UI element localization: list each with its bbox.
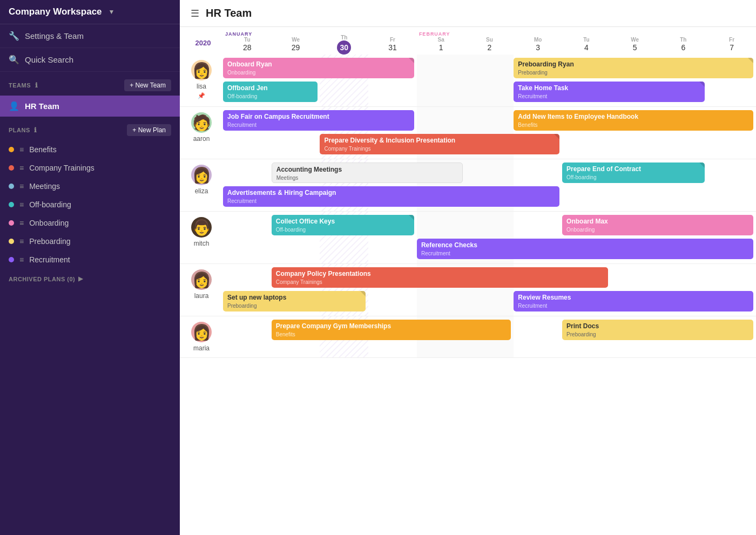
- page-title: HR Team: [206, 7, 252, 19]
- event-bar[interactable]: Company Policy Presentations Company Tra…: [272, 267, 608, 288]
- day-abbr: Th: [659, 37, 707, 43]
- plan-lines-icon: ≡: [19, 219, 24, 227]
- event-title: Print Docs: [566, 322, 749, 331]
- events-area-laura: Company Policy Presentations Company Tra…: [223, 264, 756, 316]
- user-row-laura: 👩 laura Company Policy Presentations Com…: [180, 264, 756, 316]
- events-area-lisa: Onboard Ryan Onboarding Preboarding Ryan…: [223, 55, 756, 107]
- plan-item-meetings[interactable]: ≡ Meetings: [0, 177, 180, 195]
- event-title: Job Fair on Campus Recruitment: [227, 113, 410, 121]
- new-plan-button[interactable]: + New Plan: [127, 124, 171, 136]
- day-abbr: Fr: [368, 37, 417, 43]
- workspace-title: Company Workspace: [9, 6, 102, 17]
- day-num: 5: [633, 43, 637, 52]
- user-name-eliza: eliza: [195, 187, 208, 195]
- plan-item-recruitment[interactable]: ≡ Recruitment: [0, 250, 180, 269]
- plan-lines-icon: ≡: [19, 164, 24, 172]
- day-abbr: We: [272, 37, 320, 43]
- day-num: 6: [681, 43, 685, 52]
- avatar-aaron: 🧑: [191, 112, 212, 133]
- plan-dot: [9, 220, 14, 226]
- event-row: Collect Office Keys Off-boarding Onboard…: [223, 214, 756, 236]
- plan-item-offboarding[interactable]: ≡ Off-boarding: [0, 195, 180, 214]
- event-subtitle: Preboarding: [227, 302, 361, 309]
- event-bar[interactable]: Add New Items to Employee Handbook Benef…: [514, 110, 753, 131]
- event-bar[interactable]: Review Resumes Recruitment: [514, 291, 753, 311]
- quick-search-item[interactable]: 🔍 Quick Search: [0, 48, 180, 72]
- menu-icon[interactable]: ☰: [191, 8, 199, 19]
- user-row-maria: 👩 maria Prepare Company Gym Memberships …: [180, 316, 756, 358]
- day-num: 1: [439, 43, 443, 52]
- event-bar[interactable]: Set up new laptops Preboarding: [223, 291, 366, 311]
- day-abbr: Th: [320, 35, 368, 40]
- events-area-maria: Prepare Company Gym Memberships Benefits…: [223, 316, 756, 358]
- month-label: JANUARY: [223, 29, 272, 37]
- day-abbr: Tu: [562, 37, 611, 43]
- events-area-eliza: Accounting Meetings Meetings Prepare End…: [223, 159, 756, 212]
- plan-lines-icon: ≡: [19, 200, 24, 209]
- event-title: Offboard Jen: [227, 84, 313, 93]
- event-bar[interactable]: Prepare Company Gym Memberships Benefits: [272, 320, 511, 340]
- event-row: Company Policy Presentations Company Tra…: [223, 266, 756, 289]
- event-title: Reference Checks: [421, 241, 749, 250]
- plan-item-preboarding[interactable]: ≡ Preboarding: [0, 232, 180, 250]
- event-bar[interactable]: Reference Checks Recruitment: [417, 239, 753, 259]
- event-bar[interactable]: Onboard Max Onboarding: [562, 215, 753, 235]
- event-row: Set up new laptops Preboarding Review Re…: [223, 290, 756, 313]
- workspace-header[interactable]: Company Workspace ▼: [0, 0, 180, 24]
- event-subtitle: Recruitment: [227, 198, 555, 205]
- plans-info-icon[interactable]: ℹ: [34, 126, 37, 134]
- year-label: 2020: [180, 35, 223, 47]
- top-bar: ☰ HR Team: [180, 0, 756, 27]
- event-bar[interactable]: Advertisements & Hiring Campaign Recruit…: [223, 186, 559, 207]
- day-abbr: Sa: [417, 37, 465, 43]
- plan-item-benefits[interactable]: ≡ Benefits: [0, 140, 180, 159]
- header-col-jan28: JANUARYTu28: [223, 27, 272, 55]
- plan-item-trainings[interactable]: ≡ Company Trainings: [0, 159, 180, 177]
- plan-lines-icon: ≡: [19, 255, 24, 264]
- plans-section-header: PLANS ℹ + New Plan: [0, 117, 180, 140]
- header-col-feb4: Tu4: [562, 27, 611, 55]
- header-col-feb5: We5: [611, 27, 659, 55]
- event-bar[interactable]: Offboard Jen Off-boarding: [223, 82, 318, 102]
- event-bar[interactable]: Job Fair on Campus Recruitment Recruitme…: [223, 110, 414, 131]
- user-row-lisa: 👩 lisa 📌 Onboard Ryan Onboarding Preboar…: [180, 55, 756, 107]
- avatar-mitch: 👨: [191, 217, 212, 238]
- hr-team-item[interactable]: 👤 HR Team: [0, 96, 180, 117]
- user-name-laura: laura: [194, 292, 209, 300]
- calendar-body: 👩 lisa 📌 Onboard Ryan Onboarding Preboar…: [180, 55, 756, 358]
- plan-name: Off-boarding: [29, 200, 71, 209]
- teams-label: TEAMS: [9, 82, 31, 89]
- team-person-icon: 👤: [9, 101, 19, 111]
- event-bar[interactable]: Prepare Diversity & Inclusion Presentati…: [320, 134, 559, 154]
- user-cell-mitch: 👨 mitch: [180, 212, 223, 264]
- event-subtitle: Company Trainings: [276, 279, 604, 286]
- event-row: Prepare Company Gym Memberships Benefits…: [223, 319, 756, 341]
- event-subtitle: Recruitment: [518, 93, 700, 100]
- new-team-button[interactable]: + New Team: [124, 79, 171, 91]
- settings-team-item[interactable]: 🔧 Settings & Team: [0, 24, 180, 48]
- events-area-aaron: Job Fair on Campus Recruitment Recruitme…: [223, 107, 756, 159]
- event-bar[interactable]: Onboard Ryan Onboarding: [223, 58, 414, 78]
- calendar-container[interactable]: 2020JANUARYTu28 We29 Th30 Fr31FEBRUARYSa…: [180, 27, 756, 535]
- user-row-mitch: 👨 mitch Collect Office Keys Off-boarding…: [180, 212, 756, 264]
- user-cell-lisa: 👩 lisa 📌: [180, 55, 223, 107]
- event-title: Take Home Task: [518, 84, 700, 93]
- event-title: Add New Items to Employee Handbook: [518, 113, 749, 121]
- archived-plans-section[interactable]: ARCHIVED PLANS (0) ▶: [0, 269, 180, 289]
- event-bar[interactable]: Take Home Task Recruitment: [514, 82, 705, 102]
- plan-item-onboarding[interactable]: ≡ Onboarding: [0, 214, 180, 232]
- plan-dot: [9, 184, 14, 189]
- event-bar[interactable]: Prepare End of Contract Off-boarding: [562, 162, 705, 183]
- user-name-maria: maria: [193, 344, 210, 352]
- plan-dot: [9, 257, 14, 262]
- event-bar[interactable]: Print Docs Preboarding: [562, 320, 753, 340]
- event-bar[interactable]: Accounting Meetings Meetings: [272, 162, 463, 183]
- event-bar[interactable]: Collect Office Keys Off-boarding: [272, 215, 414, 235]
- header-col-jan30: Th30: [320, 27, 368, 55]
- event-bar[interactable]: Preboarding Ryan Preboarding: [514, 58, 753, 78]
- teams-info-icon[interactable]: ℹ: [35, 82, 38, 89]
- plan-dot: [9, 239, 14, 244]
- day-num: 4: [584, 43, 589, 52]
- plan-name: Onboarding: [29, 219, 69, 227]
- events-area-mitch: Collect Office Keys Off-boarding Onboard…: [223, 212, 756, 264]
